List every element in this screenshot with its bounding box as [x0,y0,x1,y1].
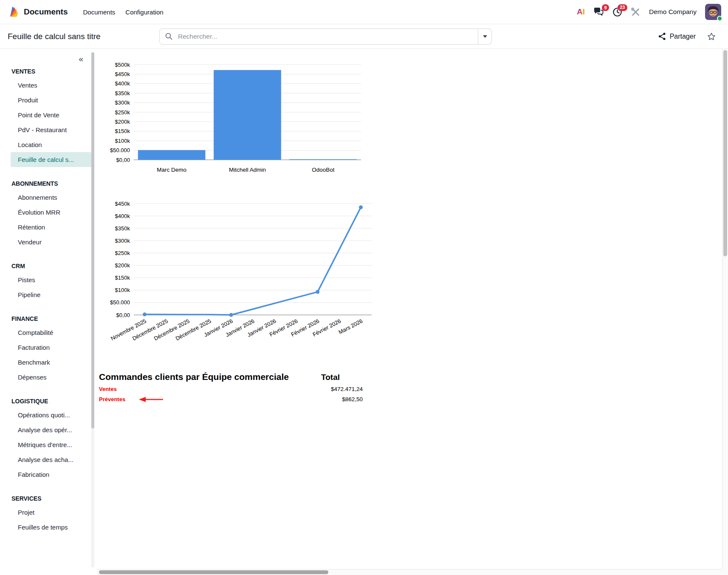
sidebar-item-point-de-vente[interactable]: Point de Vente [0,108,97,122]
sidebar-section: FINANCEComptabilitéFacturationBenchmarkD… [0,312,97,385]
sidebar-item-analyse-des-acha[interactable]: Analyse des acha... [0,452,97,467]
collapse-sidebar-button[interactable]: « [79,55,83,63]
messages-button[interactable]: 9 [593,7,604,17]
y-tick-label: $100k [115,287,130,293]
sidebar-section: VENTESVentesProduitPoint de VentePdV - R… [0,65,97,167]
bar-odoobot[interactable] [289,159,357,160]
bar-chart-sales-by-salesperson: $500k$450k$400k$350k$300k$250k$200k$150k… [98,59,372,180]
y-tick-label: $350k [115,225,130,232]
x-tick-label: OdooBot [312,167,335,173]
favorite-star-button[interactable] [707,32,716,41]
y-tick-label: $450k [115,71,130,77]
share-label: Partager [670,33,696,40]
pivot-value-preventes[interactable]: $862,50 [342,396,363,402]
sidebar-item-facturation[interactable]: Facturation [0,340,97,355]
sidebar-sections: VENTESVentesProduitPoint de VentePdV - R… [0,49,97,535]
sidebar-section-title: FINANCE [0,312,97,325]
sidebar-item-ventes[interactable]: Ventes [0,78,97,93]
sidebar-item-volution-mrr[interactable]: Évolution MRR [0,205,97,220]
sidebar-item-comptabilit[interactable]: Comptabilité [0,325,97,340]
sidebar-section: SERVICESProjetFeuilles de temps [0,492,97,535]
documents-app-icon[interactable] [7,6,20,18]
pivot-value-ventes[interactable]: $472.471,24 [331,386,363,392]
data-point[interactable] [316,290,319,294]
data-point[interactable] [143,312,147,316]
y-tick-label: $0,00 [116,157,130,163]
data-line[interactable] [144,207,361,315]
share-button[interactable]: Partager [658,32,696,40]
sidebar-section-title: SERVICES [0,492,97,505]
y-tick-label: $150k [115,275,130,281]
sidebar-item-r-tention[interactable]: Rétention [0,220,97,235]
table-row-preventes: Préventes $862,50 [99,396,363,402]
sidebar-item-pdv-restaurant[interactable]: PdV - Restaurant [0,122,97,137]
sidebar-item-analyse-des-op-r[interactable]: Analyse des opér... [0,422,97,437]
vertical-scrollbar-thumb[interactable] [723,50,727,256]
sidebar-item-pipeline[interactable]: Pipeline [0,287,97,302]
x-tick-label: Marc Demo [157,167,186,173]
scrollbar-corner [722,569,728,575]
sidebar-item-feuilles-de-temps[interactable]: Feuilles de temps [0,520,97,535]
data-point[interactable] [359,205,363,209]
search-filters-toggle[interactable] [478,28,492,45]
menu-documents[interactable]: Documents [83,8,115,16]
tools-button[interactable] [631,7,641,17]
horizontal-scrollbar-thumb[interactable] [99,570,328,574]
y-tick-label: $200k [115,262,130,269]
data-point[interactable] [229,313,233,317]
user-avatar[interactable] [705,4,721,20]
sidebar-scrollbar-track[interactable] [91,52,94,567]
ai-icon[interactable]: AI [577,7,585,17]
y-tick-label: $150k [115,128,130,134]
app-title[interactable]: Documents [24,7,68,17]
sidebar-item-location[interactable]: Location [0,137,97,152]
red-arrow-annotation [135,397,164,402]
sheet-list-sidebar: « VENTESVentesProduitPoint de VentePdV -… [0,49,97,575]
svg-text:Novembre 2025: Novembre 2025 [110,317,147,342]
sidebar-item-produit[interactable]: Produit [0,93,97,108]
y-tick-label: $350k [115,90,130,96]
sidebar-section-title: VENTES [0,65,97,78]
y-tick-label: $450k [115,201,130,207]
y-tick-label: $300k [115,238,130,244]
pivot-title: Commandes clients par Équipe commerciale [99,372,289,382]
y-tick-label: $250k [115,109,130,116]
sidebar-item-benchmark[interactable]: Benchmark [0,355,97,370]
horizontal-scrollbar[interactable] [97,569,722,575]
activities-button[interactable]: 23 [612,7,622,17]
sidebar-item-vendeur[interactable]: Vendeur [0,235,97,249]
spreadsheet-canvas: $500k$450k$400k$350k$300k$250k$200k$150k… [97,49,728,575]
sidebar-item-fabrication[interactable]: Fabrication [0,467,97,482]
pivot-row-label-ventes[interactable]: Ventes [99,386,117,392]
sidebar-item-projet[interactable]: Projet [0,505,97,520]
sidebar-section-title: CRM [0,260,97,272]
search-input[interactable] [177,32,472,41]
sidebar-section-title: ABONNEMENTS [0,177,97,190]
y-tick-label: $400k [115,80,130,87]
vertical-scrollbar[interactable] [722,49,728,569]
sidebar-section: CRMPistesPipeline [0,260,97,302]
sidebar-item-m-triques-d-entre[interactable]: Métriques d'entre... [0,437,97,452]
page-body: « VENTESVentesProduitPoint de VentePdV -… [0,49,728,575]
sidebar-item-abonnements[interactable]: Abonnements [0,190,97,205]
company-switcher[interactable]: Demo Company [649,8,697,16]
sidebar-item-op-rations-quoti[interactable]: Opérations quoti... [0,408,97,422]
sidebar-scrollbar-thumb[interactable] [91,52,94,428]
search-bar [159,28,492,45]
table-row-ventes: Ventes $472.471,24 [99,386,363,392]
pivot-table-sales-by-team: Commandes clients par Équipe commerciale… [99,372,363,402]
bar-mitchell-admin[interactable] [214,70,281,160]
y-tick-label: $50.000 [110,299,130,306]
y-tick-label: $200k [115,119,130,125]
menu-configuration[interactable]: Configuration [125,8,163,16]
x-tick-label: Novembre 2025 [110,317,147,342]
chevron-down-icon [483,35,487,38]
pivot-row-label-preventes[interactable]: Préventes [99,396,125,402]
sidebar-item-pistes[interactable]: Pistes [0,272,97,287]
document-title[interactable]: Feuille de calcul sans titre [8,32,159,41]
sidebar-item-d-penses[interactable]: Dépenses [0,370,97,385]
bar-marc-demo[interactable] [138,150,206,160]
y-tick-label: $50.000 [110,147,130,153]
tools-icon [631,7,641,17]
sidebar-item-feuille-de-calcul-s[interactable]: Feuille de calcul s... [11,152,92,167]
